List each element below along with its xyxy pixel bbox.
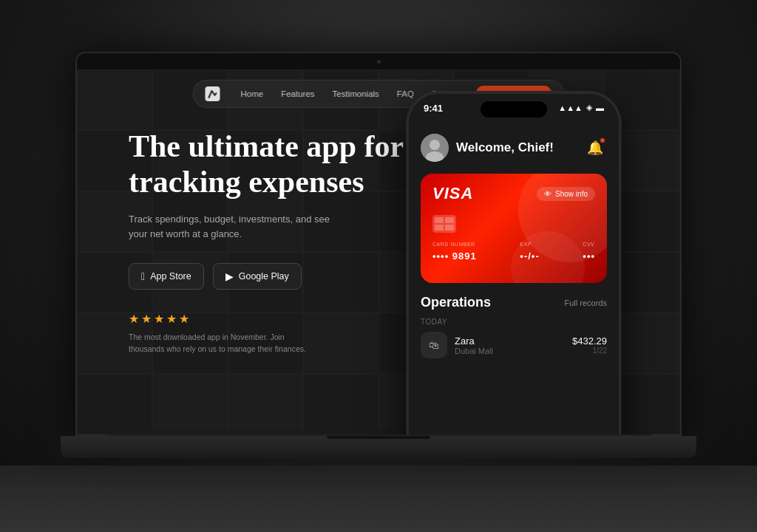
exp-value: •-/•- <box>520 250 539 262</box>
card-brand: VISA <box>432 184 473 203</box>
laptop: Home Features Testimonials FAQ Sign in C… <box>61 52 696 480</box>
star-1: ★ <box>129 312 139 326</box>
exp-label: EXP. <box>520 242 539 247</box>
star-5: ★ <box>179 312 189 326</box>
card-bottom: CARD NUMBER •••• 9891 EXP. •-/•- <box>432 242 595 262</box>
card-exp-field: EXP. •-/•- <box>520 242 539 262</box>
star-4: ★ <box>166 312 177 326</box>
phone-shell: 9:41 ▲▲▲ ◈ ▬ <box>407 92 621 434</box>
shopping-icon: 🛍 <box>429 339 439 351</box>
signal-icon: ▲▲▲ <box>558 103 583 112</box>
laptop-screen: Home Features Testimonials FAQ Sign in C… <box>77 69 680 434</box>
hero-subtitle: Track spendings, budget, investments, an… <box>129 212 336 243</box>
cvv-value: ••• <box>583 250 595 262</box>
hero-title: The ultimate app for tracking expenses <box>129 129 410 200</box>
camera-bar <box>77 53 680 69</box>
star-3: ★ <box>154 312 164 326</box>
welcome-left: Welcome, Chief! <box>421 134 554 162</box>
welcome-message: Welcome, Chief! <box>456 140 554 155</box>
app-store-button[interactable]:  App Store <box>129 263 204 290</box>
transaction-info: Zara Dubai Mall <box>455 335 565 355</box>
transaction-icon: 🛍 <box>421 332 447 358</box>
apple-icon:  <box>141 270 145 282</box>
app-store-label: App Store <box>150 271 191 282</box>
svg-point-1 <box>430 140 440 150</box>
eye-icon: 👁 <box>544 190 551 198</box>
status-icons: ▲▲▲ ◈ ▬ <box>558 103 604 112</box>
full-records-link[interactable]: Full records <box>565 299 607 307</box>
transaction-date: 1/22 <box>572 347 607 355</box>
play-icon: ▶ <box>225 270 234 282</box>
review-text: The most downloaded app in November. Joi… <box>129 332 306 355</box>
nav-logo <box>205 86 220 101</box>
card-number-value: •••• 9891 <box>432 250 477 262</box>
google-play-label: Google Play <box>239 271 289 282</box>
today-label: TODAY <box>421 318 607 326</box>
show-info-button[interactable]: 👁 Show info <box>537 187 595 201</box>
credit-card: VISA 👁 Show info <box>421 174 607 283</box>
nav-home[interactable]: Home <box>240 89 263 98</box>
transaction-amount-value: $432.29 <box>572 335 607 347</box>
card-number-label: CARD NUMBER <box>432 242 477 247</box>
nav-features[interactable]: Features <box>281 89 314 98</box>
laptop-base <box>61 436 696 458</box>
laptop-lid: Home Features Testimonials FAQ Sign in C… <box>75 52 682 436</box>
transaction-row[interactable]: 🛍 Zara Dubai Mall $432.29 1/22 <box>421 332 607 358</box>
scene: Home Features Testimonials FAQ Sign in C… <box>0 0 757 532</box>
nav-testimonials[interactable]: Testimonials <box>333 89 379 98</box>
card-number-field: CARD NUMBER •••• 9891 <box>432 242 477 262</box>
notification-button[interactable]: 🔔 <box>583 136 607 160</box>
operations-title: Operations <box>421 295 491 310</box>
google-play-button[interactable]: ▶ Google Play <box>213 263 302 290</box>
phone-content: Welcome, Chief! 🔔 <box>409 126 619 358</box>
welcome-row: Welcome, Chief! 🔔 <box>421 134 607 162</box>
hero-left: The ultimate app for tracking expenses T… <box>129 129 410 355</box>
cvv-label: CVV <box>583 242 595 247</box>
battery-icon: ▬ <box>596 103 604 112</box>
notification-dot <box>600 137 605 143</box>
card-top: VISA 👁 Show info <box>432 184 595 203</box>
star-2: ★ <box>141 312 152 326</box>
dynamic-island <box>481 101 547 117</box>
card-cvv-field: CVV ••• <box>583 242 595 262</box>
show-info-label: Show info <box>555 190 588 198</box>
phone-screen: 9:41 ▲▲▲ ◈ ▬ <box>409 94 619 434</box>
cta-buttons:  App Store ▶ Google Play <box>129 263 410 290</box>
stars-rating: ★ ★ ★ ★ ★ <box>129 312 410 326</box>
user-avatar <box>421 134 449 162</box>
transaction-amount: $432.29 1/22 <box>572 335 607 355</box>
operations-header: Operations Full records <box>421 295 607 310</box>
transaction-name: Zara <box>455 335 565 347</box>
transaction-location: Dubai Mall <box>455 347 565 355</box>
camera-dot <box>377 60 381 64</box>
phone-mockup: 9:41 ▲▲▲ ◈ ▬ <box>407 92 636 434</box>
card-chip <box>432 215 456 233</box>
wifi-icon: ◈ <box>586 103 592 112</box>
